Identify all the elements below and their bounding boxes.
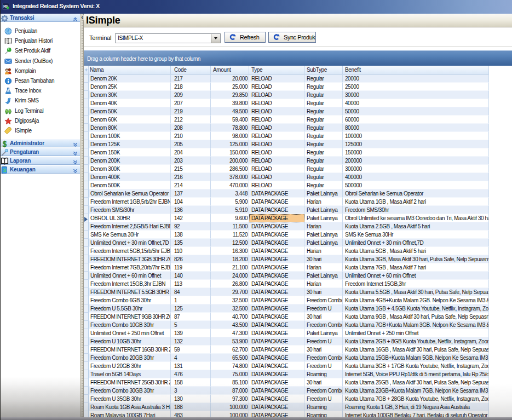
- svg-text:$: $: [3, 140, 7, 148]
- svg-text:S: S: [3, 168, 7, 173]
